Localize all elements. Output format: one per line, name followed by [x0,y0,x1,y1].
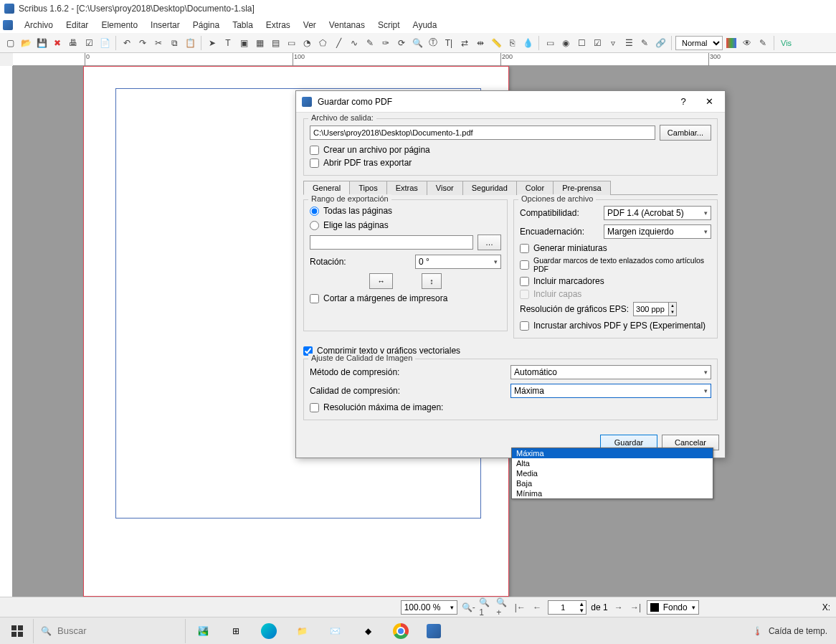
bookmarks-checkbox[interactable]: Incluir marcadores [520,276,711,286]
undo-icon[interactable]: ↶ [120,36,134,50]
select-icon[interactable]: ➤ [205,36,219,50]
polygon-icon[interactable]: ⬠ [315,36,330,50]
menu-ayuda[interactable]: Ayuda [407,19,443,32]
tab-preprensa[interactable]: Pre-prensa [553,181,610,195]
link-frames-icon[interactable]: ⇄ [457,36,472,50]
quality-option-alta[interactable]: Alta [512,458,713,468]
search-input[interactable] [57,625,178,636]
compression-quality-select[interactable]: Máxima [510,384,711,398]
copy-props-icon[interactable]: ⎘ [505,36,519,50]
eps-resolution-spinner[interactable]: ▲▼ [633,302,677,316]
quality-option-maxima[interactable]: Máxima [512,448,713,458]
menu-pagina[interactable]: Página [187,19,225,32]
image-frame-icon[interactable]: ▣ [237,36,251,50]
task-landscape-icon[interactable]: 🏞️ [187,619,219,643]
calligraphic-icon[interactable]: ✑ [379,36,393,50]
file-per-page-checkbox[interactable]: Crear un archivo por página [310,145,711,155]
menu-ver[interactable]: Ver [298,19,322,32]
table-icon[interactable]: ▤ [268,36,282,50]
toggle-cms-icon[interactable] [724,36,738,50]
thumbs-checkbox[interactable]: Generar miniaturas [520,243,711,253]
task-view-icon[interactable]: ⊞ [220,619,252,643]
next-page-icon[interactable]: → [612,601,625,614]
save-icon[interactable]: 💾 [34,36,49,50]
help-button[interactable]: ? [673,93,693,110]
tab-visor[interactable]: Visor [427,181,463,195]
quality-option-minima[interactable]: Mínima [512,488,713,498]
pdf-radio-icon[interactable]: ◉ [559,36,573,50]
menu-insertar[interactable]: Insertar [145,19,186,32]
pdf-icon[interactable]: 📄 [98,36,112,50]
pdf-list-icon[interactable]: ☰ [622,36,636,50]
open-after-checkbox[interactable]: Abrir PDF tras exportar [310,158,711,168]
preflight-icon[interactable]: ☑ [82,36,96,50]
menu-tabla[interactable]: Tabla [227,19,259,32]
articles-checkbox[interactable]: Guardar marcos de texto enlazados como a… [520,256,711,273]
paste-icon[interactable]: 📋 [183,36,197,50]
eyedropper-icon[interactable]: 💧 [521,36,535,50]
pdf-annot-icon[interactable]: ✎ [637,36,652,50]
quality-dropdown-list[interactable]: Máxima Alta Media Baja Mínima [511,448,713,499]
tab-extras[interactable]: Extras [386,181,427,195]
new-icon[interactable]: ▢ [3,36,17,50]
redo-icon[interactable]: ↷ [136,36,150,50]
max-resolution-checkbox[interactable]: Resolución máxima de imagen: [310,402,711,412]
measure-icon[interactable]: 📏 [489,36,503,50]
shape-icon[interactable]: ▭ [284,36,298,50]
bezier-icon[interactable]: ∿ [347,36,361,50]
clip-margins-checkbox[interactable]: Cortar a márgenes de impresora [310,293,501,303]
rotate-icon[interactable]: ⟳ [394,36,409,50]
arc-icon[interactable]: ◔ [300,36,314,50]
system-tray[interactable]: 🌡️ Caída de temp. [746,626,833,636]
all-pages-radio[interactable]: Todas las páginas [310,206,501,216]
task-chrome-icon[interactable] [385,619,417,643]
compression-method-select[interactable]: Automático [510,365,711,379]
preview-icon[interactable]: 👁 [740,36,754,50]
edit-in-preview-icon[interactable]: ✎ [756,36,770,50]
tab-color[interactable]: Color [516,181,554,195]
pdf-check-icon[interactable]: ☑ [590,36,604,50]
dialog-titlebar[interactable]: Guardar como PDF ? ✕ [296,91,725,113]
page-range-input[interactable] [310,235,473,250]
line-icon[interactable]: ╱ [331,36,346,50]
quality-option-media[interactable]: Media [512,468,713,478]
task-edge-icon[interactable] [253,619,285,643]
pdf-text-icon[interactable]: ☐ [574,36,589,50]
prev-page-icon[interactable]: ← [531,601,543,614]
zoom-icon[interactable]: 🔍 [410,36,424,50]
mirror-h-button[interactable]: ↔ [369,273,393,289]
page-spinner[interactable]: ▲▼ [548,600,586,615]
menu-elemento[interactable]: Elemento [95,19,143,32]
menu-editar[interactable]: Editar [60,19,94,32]
choose-pages-radio[interactable]: Elige las páginas [310,220,501,230]
page-range-browse-button[interactable]: … [478,235,501,250]
zoom-combo[interactable]: 100.00 % [401,600,458,615]
start-button[interactable] [3,619,32,643]
close-button[interactable]: ✕ [699,93,719,110]
edit-contents-icon[interactable]: Ⓣ [426,36,440,50]
compat-select[interactable]: PDF 1.4 (Acrobat 5) [604,206,711,220]
cut-icon[interactable]: ✂ [151,36,166,50]
pdf-link-icon[interactable]: 🔗 [653,36,668,50]
preview-mode-select[interactable]: Normal [675,36,723,50]
copy-icon[interactable]: ⧉ [167,36,181,50]
rotation-select[interactable]: 0 ° [415,255,501,269]
menu-archivo[interactable]: Archivo [19,19,59,32]
embed-pdfeps-checkbox[interactable]: Incrustar archivos PDF y EPS (Experiment… [520,321,711,331]
menu-extras[interactable]: Extras [260,19,296,32]
tab-seguridad[interactable]: Seguridad [462,181,517,195]
last-page-icon[interactable]: →| [630,601,642,614]
tab-general[interactable]: General [303,181,350,195]
close-icon[interactable]: ✖ [50,36,65,50]
print-icon[interactable]: 🖶 [66,36,80,50]
binding-select[interactable]: Margen izquierdo [604,224,711,239]
menu-script[interactable]: Script [372,19,406,32]
menu-ventanas[interactable]: Ventanas [323,19,371,32]
change-button[interactable]: Cambiar... [660,125,711,141]
zoom-in-icon[interactable]: 🔍+ [496,601,509,614]
task-explorer-icon[interactable]: 📁 [286,619,318,643]
vis-label[interactable]: Vis [781,39,792,47]
freehand-icon[interactable]: ✎ [363,36,377,50]
mirror-v-button[interactable]: ↕ [422,273,442,289]
unlink-frames-icon[interactable]: ⇹ [473,36,488,50]
